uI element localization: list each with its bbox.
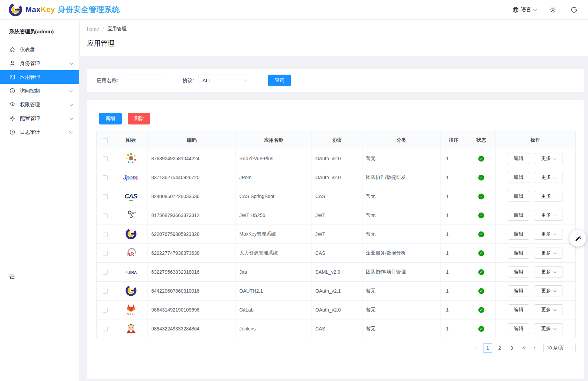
breadcrumb-home-link[interactable]: home: [87, 26, 99, 32]
page-button-2[interactable]: 2: [495, 343, 504, 353]
header-code: 编码: [148, 131, 236, 149]
logout-icon[interactable]: [570, 6, 578, 13]
settings-gear-icon[interactable]: [549, 6, 557, 13]
edit-button[interactable]: 编辑: [508, 304, 529, 315]
app-code: 622076759805923328: [148, 225, 236, 244]
breadcrumb-separator: /: [102, 26, 104, 32]
medal-icon: [9, 101, 15, 108]
row-checkbox[interactable]: [103, 175, 108, 180]
app-code: 986431492190109696: [148, 301, 236, 319]
edit-button[interactable]: 编辑: [508, 229, 529, 240]
delete-button[interactable]: 删除: [128, 113, 150, 124]
row-checkbox[interactable]: [103, 156, 108, 161]
sidebar-item-identity[interactable]: 身份管理: [0, 56, 79, 70]
page-title: 应用管理: [87, 39, 588, 48]
language-dropdown[interactable]: 语言: [512, 7, 536, 13]
more-button[interactable]: 更多: [534, 304, 563, 315]
sidebar-menu: 仪表盘 身份管理 应用管理 访问控制 权限管理: [0, 43, 79, 139]
edit-button[interactable]: 编辑: [508, 266, 529, 277]
app-protocol: JWT: [312, 225, 362, 244]
table-row: 644220607860310016 OAUTH2.1 OAuth_v2.1 暂…: [97, 282, 576, 301]
add-button[interactable]: 新增: [99, 113, 122, 124]
sidebar-collapse-icon[interactable]: [9, 273, 15, 280]
sidebar-item-applications[interactable]: 应用管理: [0, 70, 79, 84]
sidebar-item-permissions[interactable]: 权限管理: [0, 98, 79, 111]
page-button-3[interactable]: 3: [507, 343, 516, 353]
select-all-checkbox[interactable]: [103, 138, 108, 143]
row-checkbox[interactable]: [103, 270, 108, 275]
maxkey-logo: [125, 285, 137, 296]
app-category: 团队协作/项目管理: [362, 263, 440, 282]
status-enabled-icon: ✓: [478, 326, 484, 332]
status-enabled-icon: ✓: [478, 231, 484, 237]
status-enabled-icon: ✓: [478, 175, 484, 181]
jpom-logo: Jpom.: [123, 175, 139, 181]
table-row: GitLab 986431492190109696 GitLab OAuth_v…: [97, 301, 576, 319]
protocol-label: 协议:: [183, 77, 194, 84]
edit-button[interactable]: 编辑: [508, 323, 529, 334]
sidebar-item-dashboard[interactable]: 仪表盘: [0, 43, 79, 56]
app-name: JWT HS256: [236, 206, 312, 225]
more-button[interactable]: 更多: [534, 153, 563, 164]
protocol-select[interactable]: ALL: [198, 75, 250, 86]
row-checkbox[interactable]: [103, 194, 108, 199]
app-category: 暂无: [362, 206, 440, 225]
more-button[interactable]: 更多: [534, 191, 563, 202]
page-button-1[interactable]: 1: [483, 343, 492, 353]
row-checkbox[interactable]: [103, 327, 108, 331]
page-button-4[interactable]: 4: [519, 343, 528, 353]
table-row: 876892492581044224 RuoYi-Vue-Plus OAuth_…: [97, 149, 576, 168]
page-size-select[interactable]: 10 条/页: [543, 343, 576, 353]
edit-button[interactable]: 编辑: [508, 172, 529, 183]
chevron-down-icon: [553, 175, 557, 179]
app-sort: 1: [440, 206, 467, 225]
next-page-button[interactable]: ›: [531, 345, 538, 351]
edit-button[interactable]: 编辑: [508, 191, 529, 202]
sidebar-item-audit-log[interactable]: 日志审计: [0, 125, 79, 139]
more-button[interactable]: 更多: [534, 229, 563, 240]
header-icon: 图标: [114, 131, 148, 149]
sidebar-item-configuration[interactable]: 配置管理: [0, 111, 79, 125]
app-protocol: JWT: [312, 206, 362, 225]
edit-button[interactable]: 编辑: [508, 210, 529, 221]
row-checkbox[interactable]: [103, 251, 108, 256]
header-category: 分类: [362, 131, 440, 149]
table-header-row: 图标 编码 应用名称 协议 分类 排序 状态 操作: [97, 131, 576, 149]
chevron-down-icon: [69, 61, 73, 65]
edit-button[interactable]: 编辑: [508, 285, 529, 296]
app-protocol: CAS: [312, 319, 362, 338]
app-sort: 1: [440, 168, 467, 187]
app-sort: 1: [440, 301, 467, 319]
more-button[interactable]: 更多: [534, 266, 563, 277]
app-name-input[interactable]: [121, 75, 163, 86]
header-name: 应用名称: [236, 131, 312, 149]
chevron-down-icon: [553, 327, 557, 330]
row-checkbox[interactable]: [103, 232, 108, 237]
chevron-down-icon: [553, 289, 557, 292]
more-button[interactable]: 更多: [534, 210, 563, 221]
more-button[interactable]: 更多: [534, 248, 563, 259]
app-code: 837136275440926720: [148, 168, 236, 187]
edit-button[interactable]: 编辑: [508, 248, 529, 259]
more-button[interactable]: 更多: [534, 285, 563, 296]
status-enabled-icon: ✓: [478, 288, 484, 294]
app-sort: 1: [440, 244, 467, 263]
magic-wand-floating-button[interactable]: [569, 230, 586, 247]
edit-button[interactable]: 编辑: [508, 153, 529, 164]
previous-page-button[interactable]: ‹: [473, 345, 480, 351]
more-button[interactable]: 更多: [534, 323, 563, 334]
app-category: 暂无: [362, 282, 440, 301]
app-code: 824008507220033536: [148, 187, 236, 206]
more-button[interactable]: 更多: [534, 172, 563, 183]
search-button[interactable]: 查询: [268, 75, 291, 86]
chevron-down-icon: [69, 102, 73, 106]
row-checkbox[interactable]: [103, 289, 108, 294]
app-name: 人力资源管理系统: [236, 244, 312, 263]
chevron-down-icon: [69, 88, 73, 92]
app-sort: 1: [440, 282, 467, 301]
row-checkbox[interactable]: [103, 308, 108, 313]
brand: MaxKey身份安全管理系统: [8, 2, 120, 17]
row-checkbox[interactable]: [103, 213, 108, 218]
main-content: home / 应用管理 应用管理 应用名称: 协议: ALL 查询 新增 删除: [80, 20, 588, 381]
sidebar-item-access-control[interactable]: 访问控制: [0, 84, 79, 98]
